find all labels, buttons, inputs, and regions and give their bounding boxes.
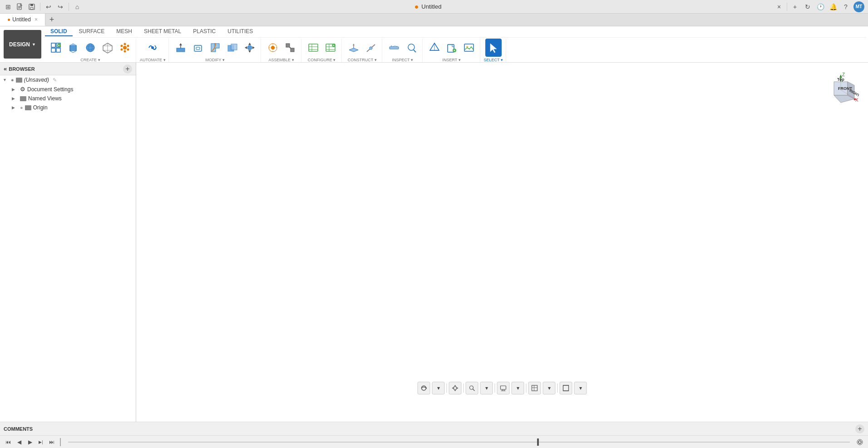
push-pull-btn[interactable] bbox=[173, 39, 189, 57]
svg-rect-113 bbox=[563, 385, 569, 391]
save-icon[interactable] bbox=[27, 2, 36, 11]
joint-btn[interactable] bbox=[265, 39, 281, 57]
notification-icon[interactable]: 🔔 bbox=[828, 2, 838, 12]
viewcube[interactable]: Z X FRONT RIGHT Top bbox=[823, 72, 859, 108]
tab-utilities[interactable]: UTILITIES bbox=[222, 27, 258, 36]
svg-marker-33 bbox=[179, 43, 182, 45]
browser-title: « BROWSER bbox=[4, 65, 35, 72]
grid-btn[interactable] bbox=[528, 382, 541, 394]
undo-icon[interactable]: ↩ bbox=[44, 2, 53, 11]
divider3 bbox=[787, 3, 787, 11]
insert-mesh-btn[interactable] bbox=[426, 39, 443, 57]
svg-point-67 bbox=[370, 47, 372, 49]
view-layout-btn[interactable] bbox=[560, 382, 572, 394]
fillet-btn[interactable] bbox=[207, 39, 223, 57]
select-btn[interactable] bbox=[485, 39, 502, 57]
tab-untitled[interactable]: ● Untitled × bbox=[0, 14, 45, 26]
inspect-analysis-btn[interactable] bbox=[403, 39, 419, 57]
inspect-label: INSPECT ▾ bbox=[392, 58, 413, 62]
tab-surface[interactable]: SURFACE bbox=[74, 27, 110, 36]
named-views-label: Named Views bbox=[28, 95, 62, 102]
grid-dropdown-btn[interactable]: ▾ bbox=[543, 382, 556, 394]
help-icon[interactable]: ? bbox=[841, 2, 851, 12]
create-form-btn[interactable] bbox=[82, 39, 99, 57]
ruler-btn[interactable] bbox=[386, 39, 402, 57]
avatar[interactable]: MT bbox=[853, 1, 864, 12]
redo-icon[interactable]: ↪ bbox=[56, 2, 65, 11]
insert-svg-btn[interactable] bbox=[444, 39, 460, 57]
root-edit-icon[interactable]: ✎ bbox=[53, 77, 57, 83]
move-btn[interactable] bbox=[242, 39, 258, 57]
create-component-btn[interactable] bbox=[99, 39, 116, 57]
shell-btn[interactable] bbox=[190, 39, 206, 57]
origin-visibility-icon[interactable]: ● bbox=[20, 105, 23, 110]
origin-item[interactable]: ▶ ● Origin bbox=[0, 103, 136, 112]
svg-rect-106 bbox=[501, 386, 506, 389]
axis-btn[interactable] bbox=[363, 39, 379, 57]
create-label: CREATE ▾ bbox=[80, 58, 100, 62]
refresh-icon[interactable]: ↻ bbox=[803, 2, 813, 12]
plane-btn[interactable] bbox=[345, 39, 362, 57]
svg-point-115 bbox=[858, 441, 861, 443]
collapse-icon[interactable]: « bbox=[4, 65, 7, 72]
doc-settings-item[interactable]: ▶ ⚙ Document Settings bbox=[0, 84, 136, 94]
comments-add-btn[interactable]: + bbox=[855, 424, 864, 433]
rigid-group-btn[interactable] bbox=[282, 39, 298, 57]
tab-close-icon[interactable]: × bbox=[35, 16, 38, 23]
settings-icon[interactable] bbox=[855, 438, 864, 447]
root-item[interactable]: ▼ ● (Unsaved) ✎ bbox=[0, 75, 136, 84]
timeline-bar[interactable] bbox=[68, 442, 850, 443]
svg-point-17 bbox=[86, 44, 94, 52]
grid-icon[interactable]: ⊞ bbox=[4, 2, 13, 11]
root-visibility-icon[interactable]: ● bbox=[11, 77, 14, 83]
zoom-dropdown-btn[interactable]: ▾ bbox=[480, 382, 493, 394]
app-dot: ● bbox=[414, 3, 419, 11]
root-expand-icon[interactable]: ▼ bbox=[3, 78, 9, 82]
svg-rect-9 bbox=[51, 48, 55, 52]
origin-label: Origin bbox=[33, 104, 48, 111]
automate-btn[interactable] bbox=[144, 39, 161, 57]
doc-settings-expand[interactable]: ▶ bbox=[12, 87, 18, 92]
home-icon[interactable]: ⌂ bbox=[73, 2, 82, 11]
box-btn[interactable] bbox=[65, 39, 81, 57]
create-icons: + bbox=[48, 39, 133, 57]
display-mode-btn[interactable] bbox=[497, 382, 510, 394]
insert-image-btn[interactable] bbox=[461, 39, 477, 57]
svg-marker-100 bbox=[454, 385, 456, 386]
tab-mesh[interactable]: MESH bbox=[111, 27, 138, 36]
configure-table-btn[interactable] bbox=[305, 39, 321, 57]
history-icon[interactable]: 🕐 bbox=[815, 2, 825, 12]
add-tab-icon[interactable]: + bbox=[790, 2, 800, 12]
orbit-btn[interactable] bbox=[418, 382, 430, 394]
svg-text:X: X bbox=[855, 98, 858, 103]
divider bbox=[40, 3, 40, 11]
timeline-first-btn[interactable]: ⏮ bbox=[4, 438, 13, 447]
combine-btn[interactable] bbox=[224, 39, 241, 57]
orbit-dropdown-btn[interactable]: ▾ bbox=[432, 382, 445, 394]
timeline-next-btn[interactable]: ▶| bbox=[36, 438, 45, 447]
pattern-btn[interactable] bbox=[117, 39, 133, 57]
new-tab-btn[interactable]: + bbox=[45, 14, 58, 26]
timeline-last-btn[interactable]: ⏭ bbox=[47, 438, 56, 447]
file-icon[interactable] bbox=[15, 2, 25, 11]
timeline-play-btn[interactable]: ▶ bbox=[25, 438, 35, 447]
root-label: (Unsaved) bbox=[24, 77, 49, 83]
pan-btn[interactable] bbox=[449, 382, 462, 394]
construct-label: CONSTRUCT ▾ bbox=[348, 58, 377, 62]
divider-vc2 bbox=[464, 384, 464, 393]
tab-solid[interactable]: SOLID bbox=[45, 27, 73, 36]
named-views-item[interactable]: ▶ Named Views bbox=[0, 94, 136, 103]
timeline-prev-btn[interactable]: ◀ bbox=[15, 438, 24, 447]
tab-plastic[interactable]: PLASTIC bbox=[187, 27, 221, 36]
browser-add-btn[interactable]: + bbox=[123, 64, 132, 74]
view-layout-dropdown-btn[interactable]: ▾ bbox=[574, 382, 587, 394]
new-component-btn[interactable]: + bbox=[48, 39, 64, 57]
design-button[interactable]: DESIGN ▼ bbox=[4, 30, 41, 59]
zoom-extend-btn[interactable] bbox=[466, 382, 478, 394]
named-views-expand[interactable]: ▶ bbox=[12, 96, 18, 101]
configure-params-btn[interactable] bbox=[322, 39, 339, 57]
close-icon[interactable]: × bbox=[774, 2, 784, 12]
origin-expand[interactable]: ▶ bbox=[12, 105, 18, 110]
tab-sheet-metal[interactable]: SHEET METAL bbox=[138, 27, 187, 36]
display-dropdown-btn[interactable]: ▾ bbox=[512, 382, 524, 394]
